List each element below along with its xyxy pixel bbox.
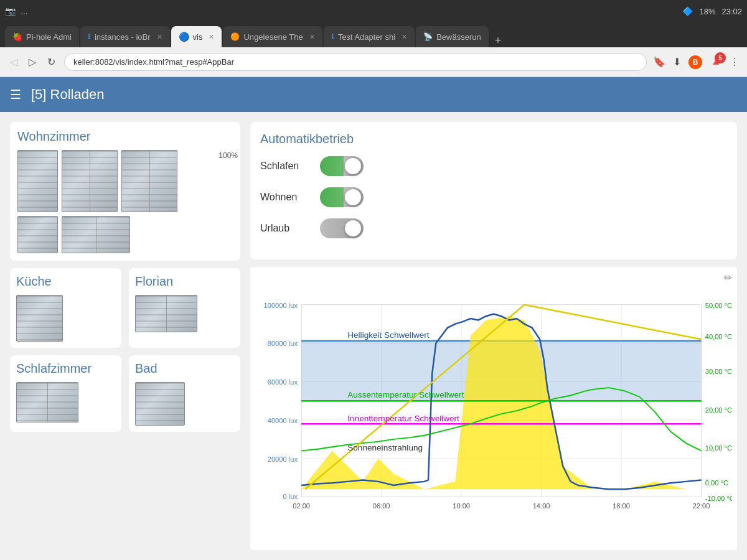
toggle-row-wohnen: Wohnen xyxy=(260,187,727,207)
tab-ungelesene-close[interactable]: ✕ xyxy=(309,33,315,41)
toggle-row-schlafen: Schlafen xyxy=(260,156,727,176)
tab-ungelesene-label: Ungelesene The xyxy=(243,32,303,42)
toggle-urlaub-label: Urlaub xyxy=(260,223,310,234)
toggle-schlafen-label: Schlafen xyxy=(260,161,310,172)
window-wz-4[interactable] xyxy=(17,216,58,253)
window-wz-3[interactable] xyxy=(121,150,177,212)
back-button[interactable]: ◁ xyxy=(7,54,20,70)
schlafzimmer-title: Schlafzimmer xyxy=(16,362,115,376)
hamburger-menu[interactable]: ☰ xyxy=(10,87,21,102)
toggle-wohnen[interactable] xyxy=(320,187,364,207)
window-wz-2[interactable] xyxy=(62,150,118,212)
svg-text:0,00 °C: 0,00 °C xyxy=(705,479,728,487)
appbar-title: [5] Rolladen xyxy=(31,86,104,103)
svg-text:06:00: 06:00 xyxy=(373,502,390,510)
florian-title: Florian xyxy=(135,274,234,289)
window-bad[interactable] xyxy=(135,382,185,426)
tab-vis-close[interactable]: ✕ xyxy=(209,33,214,41)
chart-edit-icon[interactable]: ✏ xyxy=(724,272,732,284)
tab-vis-favicon: 🔵 xyxy=(179,32,189,42)
chart-card: ✏ xyxy=(250,267,737,550)
tab-pihole[interactable]: 🍓 Pi-hole Admi xyxy=(5,26,79,47)
bluetooth-icon: 🔷 xyxy=(682,6,693,16)
kueche-card: Küche xyxy=(10,268,121,348)
tab-bewaesserung-label: Bewässerun xyxy=(436,32,481,42)
tab-vis[interactable]: 🔵 vis ✕ xyxy=(171,26,222,47)
svg-text:22:00: 22:00 xyxy=(693,502,710,510)
tab-instances-favicon: ℹ xyxy=(88,32,91,41)
svg-text:50,00 °C: 50,00 °C xyxy=(705,302,732,309)
toggle-wohnen-label: Wohnen xyxy=(260,192,310,203)
svg-text:Sonneneinstrahlung: Sonneneinstrahlung xyxy=(347,443,423,452)
window-kueche[interactable] xyxy=(16,295,63,342)
topbar-dots: ... xyxy=(21,6,28,16)
app-content: ☰ [5] Rolladen Wohnzimmer 100% xyxy=(0,77,747,560)
browser-window: 📷 ... 🔷 18% 23:02 🍓 Pi-hole Admi ℹ insta… xyxy=(0,0,747,77)
tab-testadapter[interactable]: ℹ Test Adapter shi ✕ xyxy=(324,26,415,47)
bad-card: Bad xyxy=(129,355,240,432)
svg-text:Helligkeit Schwellwert: Helligkeit Schwellwert xyxy=(347,330,430,340)
battery-status: 18% xyxy=(699,7,715,16)
tab-pihole-favicon: 🍓 xyxy=(12,32,22,42)
svg-text:60000 lux: 60000 lux xyxy=(268,378,298,386)
svg-text:-10,00 °C: -10,00 °C xyxy=(705,495,732,502)
window-wz-5[interactable] xyxy=(62,216,130,253)
reload-button[interactable]: ↻ xyxy=(45,54,58,70)
wohnzimmer-row2 xyxy=(17,216,233,253)
address-bar: ◁ ▷ ↻ 🔖 ⬇ B 🔺 5 ⋮ xyxy=(0,47,747,77)
tab-instances[interactable]: ℹ instances - ioBr ✕ xyxy=(80,26,170,47)
new-tab-button[interactable]: + xyxy=(490,34,507,47)
tab-instances-close[interactable]: ✕ xyxy=(157,33,162,41)
svg-text:Aussentemperatur Schwellwert: Aussentemperatur Schwellwert xyxy=(347,390,464,399)
toggle-urlaub[interactable] xyxy=(320,218,364,238)
toggle-schlafen[interactable] xyxy=(320,156,364,176)
svg-text:40,00 °C: 40,00 °C xyxy=(705,333,732,340)
window-florian[interactable] xyxy=(135,295,197,332)
svg-text:18:00: 18:00 xyxy=(613,502,630,510)
bad-title: Bad xyxy=(135,362,234,376)
toggle-row-urlaub: Urlaub xyxy=(260,218,727,238)
svg-text:40000 lux: 40000 lux xyxy=(268,417,298,424)
florian-card: Florian xyxy=(129,268,240,348)
wohnzimmer-title: Wohnzimmer xyxy=(17,129,233,144)
right-panel: Automatikbetrieb Schlafen Wohnen xyxy=(240,122,737,550)
svg-text:02:00: 02:00 xyxy=(293,502,310,510)
bottom-rooms-2: Schlafzimmer Bad xyxy=(10,355,240,432)
svg-text:20,00 °C: 20,00 °C xyxy=(705,406,732,414)
brave-icon[interactable]: B xyxy=(688,55,702,69)
kueche-title: Küche xyxy=(16,274,115,289)
svg-text:20000 lux: 20000 lux xyxy=(268,455,298,463)
main-content: Wohnzimmer 100% xyxy=(0,112,747,560)
automatik-card: Automatikbetrieb Schlafen Wohnen xyxy=(250,122,737,259)
tab-testadapter-close[interactable]: ✕ xyxy=(402,33,407,41)
chart-svg: Helligkeit Schwellwert Aussentemperatur … xyxy=(255,272,732,545)
tab-bewaesserung[interactable]: 📡 Bewässerun xyxy=(416,26,489,47)
tab-bewaesserung-favicon: 📡 xyxy=(423,32,433,41)
svg-text:30,00 °C: 30,00 °C xyxy=(705,368,732,375)
svg-text:10:00: 10:00 xyxy=(453,502,470,510)
notification-badge: 5 xyxy=(715,52,726,63)
wohnzimmer-pct: 100% xyxy=(218,151,238,160)
camera-icon: 📷 xyxy=(5,6,16,16)
wohnzimmer-card: Wohnzimmer 100% xyxy=(10,122,240,261)
appbar: ☰ [5] Rolladen xyxy=(0,77,747,112)
svg-text:0 lux: 0 lux xyxy=(283,493,298,500)
svg-text:80000 lux: 80000 lux xyxy=(268,340,298,347)
tab-ungelesene-favicon: 🟠 xyxy=(230,32,240,41)
tab-vis-label: vis xyxy=(193,32,203,42)
tab-pihole-label: Pi-hole Admi xyxy=(26,32,72,42)
address-input[interactable] xyxy=(64,53,647,71)
menu-icon[interactable]: ⋮ xyxy=(730,56,740,68)
tabs-bar: 🍓 Pi-hole Admi ℹ instances - ioBr ✕ 🔵 vi… xyxy=(0,22,747,47)
svg-text:14:00: 14:00 xyxy=(533,502,550,510)
window-wz-1[interactable] xyxy=(17,150,58,212)
left-panel: Wohnzimmer 100% xyxy=(10,122,240,550)
svg-text:100000 lux: 100000 lux xyxy=(264,302,298,309)
forward-button[interactable]: ▷ xyxy=(26,54,39,70)
window-schlafzimmer[interactable] xyxy=(16,382,78,422)
alert-icon-wrapper: 🔺 5 xyxy=(710,56,722,68)
tab-ungelesene[interactable]: 🟠 Ungelesene The ✕ xyxy=(223,26,322,47)
bookmark-icon[interactable]: 🔖 xyxy=(653,56,665,68)
download-icon[interactable]: ⬇ xyxy=(673,56,681,68)
svg-text:Innenttemperatur Schwellwert: Innenttemperatur Schwellwert xyxy=(347,414,459,424)
